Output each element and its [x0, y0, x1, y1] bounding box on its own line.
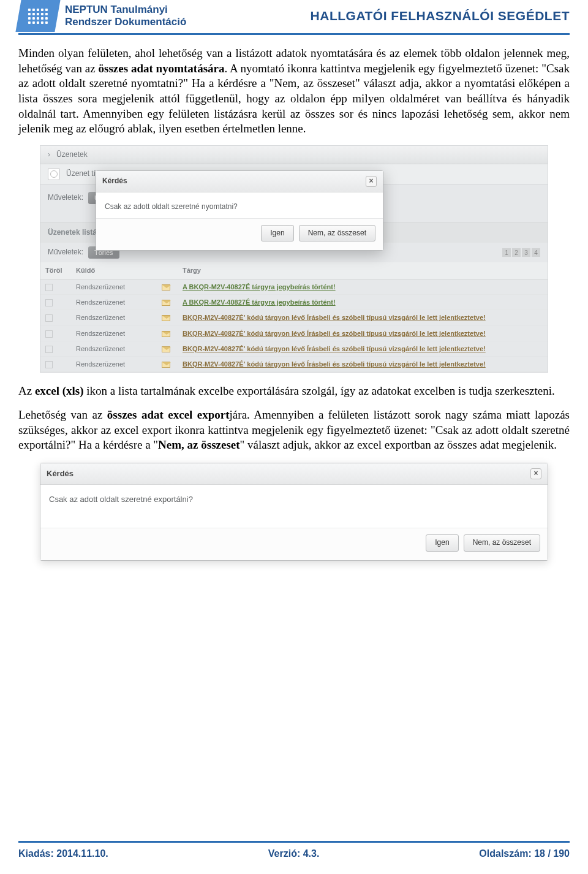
screenshot-print-dialog: › Üzenetek Üzenet típusok Műveletek: Új …	[40, 145, 548, 373]
para3-bold2: Nem, az összeset	[158, 438, 239, 451]
export-confirm-dialog: Kérdés × Csak az adott oldalt szeretné e…	[40, 463, 548, 561]
dialog-header: Kérdés ×	[40, 463, 548, 485]
body-text-2: Az excel (xls) ikon a lista tartalmának …	[18, 384, 570, 453]
dialog-body: Csak az adott oldalt szeretné nyomtatni?	[96, 192, 383, 218]
col-sender[interactable]: Küldő	[71, 262, 157, 279]
table-row[interactable]: RendszerüzenetBKQR-M2V-40827É' kódú tárg…	[40, 325, 548, 341]
table-row[interactable]: RendszerüzenetBKQR-M2V-40827É' kódú tárg…	[40, 357, 548, 372]
envelope-icon	[162, 315, 170, 321]
row-sender: Rendszerüzenet	[71, 325, 157, 341]
dialog-footer: Igen Nem, az összeset	[40, 528, 548, 560]
table-row[interactable]: RendszerüzenetA BKQR-M2V-40827É tárgyra …	[40, 279, 548, 294]
footer-pagenum: Oldalszám: 18 / 190	[479, 848, 570, 861]
print-confirm-dialog: Kérdés × Csak az adott oldalt szeretné n…	[96, 170, 383, 251]
envelope-icon	[162, 331, 170, 337]
page: NEPTUN Tanulmányi Rendszer Dokumentáció …	[0, 0, 588, 874]
chevron-right-icon: ›	[48, 150, 50, 160]
messages-table: Töröl Küldő Tárgy RendszerüzenetA BKQR-M…	[40, 262, 548, 372]
footer-date: Kiadás: 2014.11.10.	[18, 848, 108, 861]
paragraph-1: Minden olyan felületen, ahol lehetőség v…	[18, 46, 570, 137]
row-subject[interactable]: A BKQR-M2V-40827É tárgyra jegybeírás tör…	[178, 294, 548, 310]
table-row[interactable]: RendszerüzenetBKQR-M2V-40827É' kódú tárg…	[40, 341, 548, 356]
para3-e: " választ adjuk, akkor az excel exportba…	[240, 438, 557, 451]
paragraph-2: Az excel (xls) ikon a lista tartalmának …	[18, 384, 570, 399]
page-header: NEPTUN Tanulmányi Rendszer Dokumentáció …	[18, 0, 570, 35]
para2-c: ikon a lista tartalmának excelbe exportá…	[84, 384, 555, 397]
row-subject[interactable]: BKQR-M2V-40827É' kódú tárgyon lévő Írásb…	[178, 341, 548, 356]
filter-toggle-icon[interactable]	[48, 168, 60, 180]
dialog-footer: Igen Nem, az összeset	[96, 218, 383, 251]
para2-bold: excel (xls)	[35, 384, 84, 397]
col-icon	[157, 262, 178, 279]
dialog-body: Csak az adott oldalt szeretné exportálni…	[40, 485, 548, 528]
row-sender: Rendszerüzenet	[71, 341, 157, 356]
yes-button[interactable]: Igen	[426, 534, 458, 552]
pager: 1 2 3 4	[502, 248, 540, 257]
row-subject[interactable]: A BKQR-M2V-40827É tárgyra jegybeírás tör…	[178, 279, 548, 294]
close-icon[interactable]: ×	[366, 176, 377, 187]
paragraph-3: Lehetőség van az összes adat excel expor…	[18, 408, 570, 453]
no-all-button[interactable]: Nem, az összeset	[299, 225, 375, 242]
header-subtitle: HALLGATÓI FELHASZNÁLÓI SEGÉDLET	[311, 7, 570, 24]
envelope-icon	[162, 300, 170, 306]
row-subject[interactable]: BKQR-M2V-40827É' kódú tárgyon lévő Írásb…	[178, 325, 548, 341]
header-title: NEPTUN Tanulmányi Rendszer Dokumentáció	[65, 4, 186, 28]
close-icon[interactable]: ×	[530, 468, 541, 479]
row-sender: Rendszerüzenet	[71, 310, 157, 325]
pager-page[interactable]: 3	[522, 248, 530, 257]
page-footer: Kiadás: 2014.11.10. Verzió: 4.3. Oldalsz…	[18, 841, 570, 861]
checkbox-icon[interactable]	[45, 314, 53, 322]
table-row[interactable]: RendszerüzenetBKQR-M2V-40827É' kódú tárg…	[40, 310, 548, 325]
checkbox-icon[interactable]	[45, 346, 53, 353]
para3-bold: összes adat excel export	[107, 408, 230, 421]
dialog-header: Kérdés ×	[96, 171, 383, 192]
header-title-line1: NEPTUN Tanulmányi	[65, 4, 186, 16]
row-sender: Rendszerüzenet	[71, 357, 157, 372]
checkbox-icon[interactable]	[45, 361, 53, 368]
pager-page[interactable]: 1	[502, 248, 511, 257]
dialog-title: Kérdés	[47, 469, 74, 479]
pager-page[interactable]: 4	[532, 248, 540, 257]
para2-a: Az	[18, 384, 35, 397]
envelope-icon	[162, 284, 170, 291]
ops2-label: Műveletek:	[48, 248, 83, 257]
para1-bold: összes adat nyomtatására	[99, 62, 225, 75]
col-subject[interactable]: Tárgy	[178, 262, 548, 279]
panel-header: › Üzenetek	[40, 146, 548, 164]
ops-label: Műveletek:	[48, 193, 83, 203]
checkbox-icon[interactable]	[45, 299, 53, 306]
dialog-title: Kérdés	[102, 177, 127, 186]
header-title-line2: Rendszer Dokumentáció	[65, 16, 186, 28]
panel-title: Üzenetek	[56, 150, 88, 160]
table-row[interactable]: RendszerüzenetA BKQR-M2V-40827É tárgyra …	[40, 294, 548, 310]
envelope-icon	[162, 346, 170, 352]
checkbox-icon[interactable]	[45, 284, 53, 291]
row-subject[interactable]: BKQR-M2V-40827É' kódú tárgyon lévő Írásb…	[178, 310, 548, 325]
checkbox-icon[interactable]	[45, 330, 53, 338]
logo-icon	[15, 0, 60, 32]
no-all-button[interactable]: Nem, az összeset	[464, 534, 540, 552]
footer-version: Verzió: 4.3.	[268, 848, 320, 861]
row-subject[interactable]: BKQR-M2V-40827É' kódú tárgyon lévő Írásb…	[178, 357, 548, 372]
body-text: Minden olyan felületen, ahol lehetőség v…	[18, 46, 570, 137]
para3-a: Lehetőség van az	[18, 408, 107, 421]
row-sender: Rendszerüzenet	[71, 294, 157, 310]
col-delete[interactable]: Töröl	[40, 262, 71, 279]
pager-page[interactable]: 2	[512, 248, 521, 257]
yes-button[interactable]: Igen	[261, 225, 293, 242]
row-sender: Rendszerüzenet	[71, 279, 157, 294]
envelope-icon	[162, 362, 170, 368]
